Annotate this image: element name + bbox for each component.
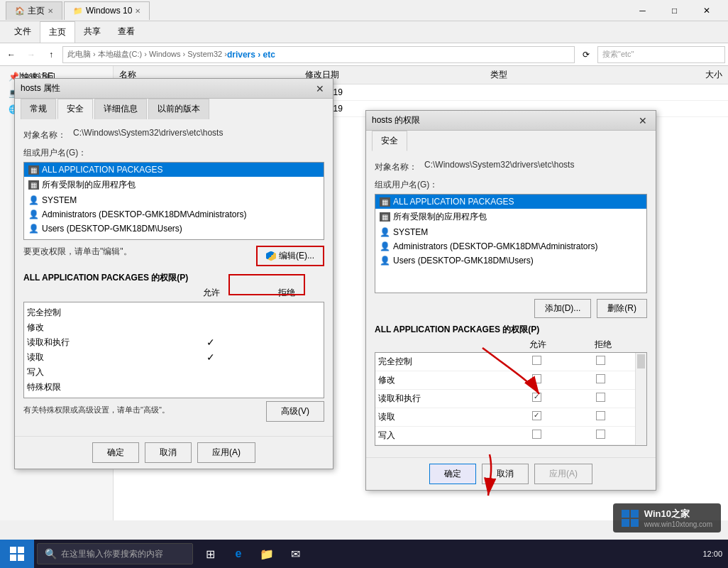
taskview-btn[interactable]: ⊞: [199, 542, 221, 565]
perm-user-admins[interactable]: 👤 Administrators (DESKTOP-GMK18DM\Admini…: [375, 239, 646, 253]
perm-user-all-app[interactable]: ▦ ALL APPLICATION PACKAGES: [375, 195, 646, 209]
wm-logo-4: [631, 519, 639, 527]
minimize-btn[interactable]: ─: [627, 0, 658, 21]
perm-dialog-content: 对象名称： C:\Windows\System32\drivers\etc\ho…: [366, 151, 656, 457]
watermark-text1: Win10之家: [644, 508, 712, 520]
logo-sq-2: [18, 547, 24, 553]
cb-readexec-allow[interactable]: [532, 393, 541, 402]
taskbar-right: 12:00: [702, 550, 728, 558]
mail-icon[interactable]: ✉: [284, 542, 307, 565]
prop-apply-btn[interactable]: 应用(A): [197, 442, 255, 463]
user-all-app-packages[interactable]: ▦ ALL APPLICATION PACKAGES: [24, 163, 324, 177]
perm2-row-full: 完全控制: [375, 353, 646, 371]
cb-modify-allow[interactable]: [532, 374, 541, 383]
perm-row-special: 特殊权限: [27, 380, 321, 395]
watermark: Win10之家 www.win10xtong.com: [613, 503, 721, 532]
cb-modify-deny[interactable]: [596, 374, 605, 383]
perm2-title: ALL APPLICATION PACKAGES 的权限(P): [375, 324, 647, 336]
perm-cancel-btn[interactable]: 取消: [482, 464, 529, 484]
hosts-prop-tabs: 常规 安全 详细信息 以前的版本: [15, 99, 333, 119]
perm-tab-security[interactable]: 安全: [372, 131, 407, 151]
watermark-text2: www.win10xtong.com: [644, 520, 712, 528]
tab-general[interactable]: 常规: [21, 99, 56, 119]
col-type: 类型: [490, 69, 629, 81]
ribbon-tabs: 文件 主页 共享 查看: [0, 21, 728, 43]
edge-icon[interactable]: e: [227, 542, 250, 565]
maximize-btn[interactable]: □: [658, 0, 690, 21]
perm-user-system[interactable]: 👤 SYSTEM: [375, 225, 646, 239]
taskbar-icons: ⊞ e 📁 ✉: [199, 542, 307, 565]
perm-scrollbar[interactable]: [635, 353, 646, 445]
perm-title: ALL APPLICATION PACKAGES 的权限(P): [23, 272, 324, 284]
tab-home[interactable]: 🏠 主页 ✕: [6, 1, 62, 20]
object-name-label: 对象名称：: [23, 128, 73, 141]
search-input[interactable]: 搜索"etc": [597, 46, 725, 63]
cb-write-deny[interactable]: [596, 430, 605, 439]
ribbon: 文件 主页 共享 查看: [0, 21, 728, 43]
perm2-col-deny: 拒绝: [570, 339, 636, 351]
user-restricted[interactable]: ▦ 所有受限制的应用程序包: [24, 177, 324, 193]
ribbon-tab-home[interactable]: 主页: [40, 21, 75, 43]
prop-cancel-btn[interactable]: 取消: [145, 442, 192, 463]
perm-user-restricted[interactable]: ▦ 所有受限制的应用程序包: [375, 209, 646, 225]
perm-row-read-exec: 读取和执行 ✓: [27, 335, 321, 350]
hosts-prop-content: 对象名称： C:\Windows\System32\drivers\etc\ho…: [15, 119, 333, 436]
tab-security[interactable]: 安全: [57, 99, 93, 119]
perm-dialog-titlebar: hosts 的权限 ✕: [366, 111, 656, 131]
perm-users-listbox[interactable]: ▦ ALL APPLICATION PACKAGES ▦ 所有受限制的应用程序包…: [375, 194, 647, 293]
perm-row-write: 写入: [27, 365, 321, 380]
tab-windows10[interactable]: 📁 Windows 10 ✕: [64, 1, 150, 20]
advanced-button[interactable]: 高级(V): [266, 401, 324, 422]
address-path[interactable]: 此电脑 › 本地磁盘(C:) › Windows › System32 › dr…: [62, 46, 575, 63]
cb-write-allow[interactable]: [532, 430, 541, 439]
prop-ok-btn[interactable]: 确定: [92, 442, 139, 463]
cb-read-deny[interactable]: [596, 411, 605, 420]
forward-btn[interactable]: →: [23, 46, 40, 63]
close-btn[interactable]: ✕: [690, 0, 722, 21]
perm2-table: 完全控制 修改 读取和执行 读取: [375, 352, 647, 446]
explorer-titlebar: 🏠 主页 ✕ 📁 Windows 10 ✕ ─ □ ✕: [0, 0, 728, 21]
col-size: 大小: [629, 69, 722, 81]
perm-apply-btn[interactable]: 应用(A): [534, 464, 592, 484]
back-btn[interactable]: ←: [3, 46, 20, 63]
ribbon-tab-share[interactable]: 共享: [75, 21, 109, 43]
tab-previous[interactable]: 以前的版本: [148, 99, 209, 119]
users-listbox[interactable]: ▦ ALL APPLICATION PACKAGES ▦ 所有受限制的应用程序包…: [23, 162, 324, 240]
tab-details[interactable]: 详细信息: [94, 99, 147, 119]
logo-sq-1: [10, 547, 16, 553]
up-btn[interactable]: ↑: [43, 46, 60, 63]
user-users[interactable]: 👤 Users (DESKTOP-GMK18DM\Users): [24, 222, 324, 236]
wm-logo-1: [622, 510, 629, 518]
user-system[interactable]: 👤 SYSTEM: [24, 193, 324, 207]
tab-win10-close[interactable]: ✕: [135, 7, 140, 15]
titlebar-controls: ─ □ ✕: [627, 0, 722, 21]
perm-dialog-close[interactable]: ✕: [636, 114, 650, 128]
hosts-prop-titlebar: hosts 属性 ✕: [15, 79, 333, 99]
refresh-btn[interactable]: ⟳: [578, 46, 595, 63]
perm-user-users[interactable]: 👤 Users (DESKTOP-GMK18DM\Users): [375, 253, 646, 268]
cb-full-deny[interactable]: [596, 356, 605, 365]
tab-home-close[interactable]: ✕: [48, 7, 53, 15]
taskbar-search[interactable]: 🔍 在这里输入你要搜索的内容: [37, 543, 193, 564]
edit-btn-row: 要更改权限，请单击"编辑"。 编辑(E)...: [23, 246, 324, 266]
ribbon-tab-file[interactable]: 文件: [6, 21, 40, 43]
cb-full-allow[interactable]: [532, 356, 541, 365]
start-button[interactable]: [0, 540, 34, 568]
hosts-prop-close[interactable]: ✕: [313, 82, 327, 96]
perm2-row-read-exec: 读取和执行: [375, 390, 646, 408]
perm2-header: 允许 拒绝: [375, 339, 647, 351]
remove-btn[interactable]: 删除(R): [597, 299, 647, 318]
user-administrators[interactable]: 👤 Administrators (DESKTOP-GMK18DM\Admini…: [24, 207, 324, 222]
cb-readexec-deny[interactable]: [596, 393, 605, 402]
edit-button[interactable]: 编辑(E)...: [256, 246, 324, 266]
ribbon-tab-view[interactable]: 查看: [109, 21, 143, 43]
folder-icon[interactable]: 📁: [255, 542, 278, 565]
perm-ok-btn[interactable]: 确定: [429, 464, 476, 484]
hosts-permissions-dialog: hosts 的权限 ✕ 安全 对象名称： C:\Windows\System32…: [365, 110, 656, 491]
add-btn[interactable]: 添加(D)...: [534, 299, 592, 318]
cb-read-allow[interactable]: [532, 411, 541, 420]
perm-object-row: 对象名称： C:\Windows\System32\drivers\etc\ho…: [375, 160, 647, 173]
group-label: 组或用户名(G)：: [23, 147, 324, 159]
wm-logo-2: [631, 510, 639, 518]
col-allow: 允许: [174, 287, 249, 299]
